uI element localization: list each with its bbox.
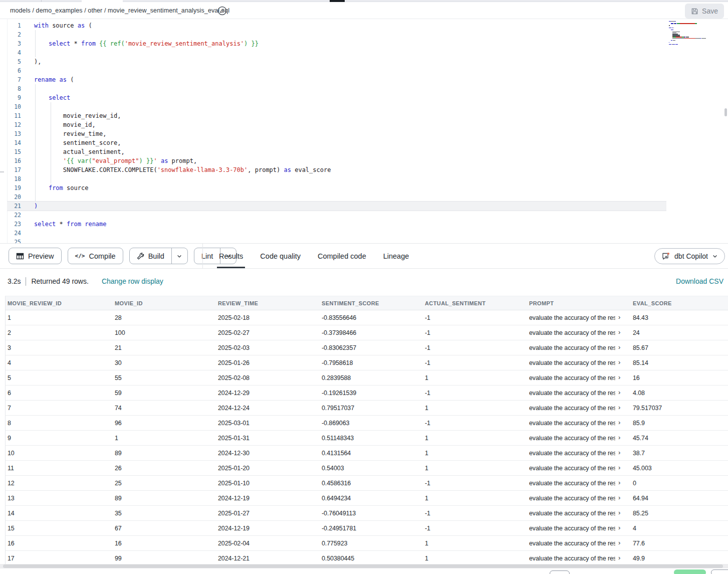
tab-compiled-code[interactable]: Compiled code <box>311 244 373 268</box>
code-line[interactable]: 12 movie_id, <box>0 120 728 129</box>
code-line[interactable]: 7rename as ( <box>0 75 728 84</box>
expand-prompt-icon[interactable]: › <box>618 434 620 441</box>
column-header-eval_score[interactable]: EVAL_SCORE <box>631 296 728 310</box>
column-header-actual_sentiment[interactable]: ACTUAL_SENTIMENT <box>423 296 527 310</box>
expand-prompt-icon[interactable]: › <box>618 358 620 366</box>
code-line[interactable]: 16 '{{ var("eval_prompt") }}' as prompt, <box>0 156 728 165</box>
code-text: select * from rename <box>34 221 107 228</box>
code-text: rename as ( <box>34 76 74 83</box>
expand-prompt-icon[interactable]: › <box>618 373 620 381</box>
expand-prompt-icon[interactable]: › <box>618 464 620 471</box>
column-header-prompt[interactable]: PROMPT <box>527 296 631 310</box>
code-line[interactable]: 19 from source <box>0 183 728 193</box>
code-line[interactable]: 17 SNOWFLAKE.CORTEX.COMPLETE('snowflake-… <box>0 165 728 174</box>
expand-prompt-icon[interactable]: › <box>618 524 620 531</box>
horizontal-scrollbar[interactable] <box>0 564 728 568</box>
line-number: 24 <box>0 229 21 238</box>
cell-prompt: evaluate the accuracy of the res…› <box>527 521 631 535</box>
column-header-movie_review_id[interactable]: MOVIE_REVIEW_ID <box>6 296 113 310</box>
bottom-cut-outline-button[interactable] <box>711 569 728 574</box>
expand-prompt-icon[interactable]: › <box>618 404 620 411</box>
results-table-body: 1282025-02-18-0.83556646-1evaluate the a… <box>6 310 728 564</box>
table-row: 14352025-01-27-0.76049113-1evaluate the … <box>6 506 728 521</box>
code-line[interactable]: 24 <box>0 229 728 238</box>
expand-prompt-icon[interactable]: › <box>618 494 620 501</box>
column-header-movie_id[interactable]: MOVIE_ID <box>113 296 216 310</box>
cell-eval_score: 45.003 <box>631 461 728 475</box>
expand-prompt-icon[interactable]: › <box>618 509 620 516</box>
cell-movie_review_id: 15 <box>6 521 113 535</box>
code-line[interactable]: 1with source as ( <box>0 21 728 30</box>
expand-prompt-icon[interactable]: › <box>618 389 620 396</box>
expand-prompt-icon[interactable]: › <box>618 343 620 351</box>
cell-prompt: evaluate the accuracy of the res…› <box>527 461 631 475</box>
download-csv-link[interactable]: Download CSV <box>676 277 723 285</box>
expand-prompt-icon[interactable]: › <box>618 539 620 546</box>
horizontal-scrollbar-thumb[interactable] <box>3 564 723 568</box>
save-button[interactable]: Save <box>685 4 724 19</box>
code-text: review_time, <box>34 130 107 137</box>
cell-sentiment_score: 0.79517037 <box>320 401 423 415</box>
code-text: from source <box>34 184 88 192</box>
code-line[interactable]: 11 movie_review_id, <box>0 111 728 120</box>
code-line[interactable]: 15 actual_sentiment, <box>0 147 728 156</box>
code-line[interactable]: 23select * from rename <box>0 220 728 229</box>
cell-actual_sentiment: -1 <box>423 416 527 430</box>
breadcrumb[interactable]: models / demo_examples / other / movie_r… <box>10 2 229 19</box>
cell-review_time: 2024-12-30 <box>216 446 320 460</box>
bottom-cut-green-button[interactable] <box>674 569 706 574</box>
preview-button[interactable]: Preview <box>9 248 62 264</box>
build-dropdown-chevron[interactable] <box>171 248 187 264</box>
tab-code-quality[interactable]: Code quality <box>253 244 308 268</box>
column-header-review_time[interactable]: REVIEW_TIME <box>216 296 320 310</box>
code-line[interactable]: 14 sentiment_score, <box>0 138 728 147</box>
cell-prompt: evaluate the accuracy of the res…› <box>527 310 631 325</box>
code-line[interactable]: 21) <box>0 202 728 211</box>
change-row-display-link[interactable]: Change row display <box>102 277 163 285</box>
cell-movie_review_id: 8 <box>6 416 113 430</box>
column-header-sentiment_score[interactable]: SENTIMENT_SCORE <box>320 296 423 310</box>
cell-eval_score: 85.14 <box>631 355 728 370</box>
cell-prompt: evaluate the accuracy of the res…› <box>527 370 631 385</box>
code-line[interactable]: 6 <box>0 66 728 75</box>
tab-lineage[interactable]: Lineage <box>376 244 416 268</box>
cell-actual_sentiment: 1 <box>423 431 527 445</box>
expand-prompt-icon[interactable]: › <box>618 449 620 456</box>
prompt-preview-text: evaluate the accuracy of the res… <box>529 405 615 412</box>
code-line[interactable]: 4 <box>0 48 728 57</box>
code-line[interactable]: 22 <box>0 211 728 220</box>
cell-review_time: 2024-12-24 <box>216 401 320 415</box>
code-line[interactable]: 25 <box>0 238 728 243</box>
code-line[interactable]: 13 review_time, <box>0 129 728 138</box>
compile-label: Compile <box>89 252 115 260</box>
cell-prompt: evaluate the accuracy of the res…› <box>527 446 631 460</box>
lint-label: Lint <box>201 252 213 260</box>
expand-prompt-icon[interactable]: › <box>618 328 620 336</box>
expand-prompt-icon[interactable]: › <box>618 554 620 561</box>
cell-movie_review_id: 6 <box>6 386 113 400</box>
code-line[interactable]: 2 <box>0 30 728 39</box>
tab-results[interactable]: Results <box>212 244 250 268</box>
compile-button[interactable]: </> Compile <box>68 248 123 264</box>
code-line[interactable]: 8 <box>0 84 728 93</box>
expand-prompt-icon[interactable]: › <box>618 479 620 486</box>
expand-prompt-icon[interactable]: › <box>618 419 620 426</box>
build-button[interactable]: Build <box>129 248 188 264</box>
expand-prompt-icon[interactable]: › <box>618 313 620 321</box>
code-line[interactable]: 3 select * from {{ ref('movie_review_sen… <box>0 39 728 48</box>
editor-vertical-scrollbar[interactable] <box>724 108 727 116</box>
dbt-copilot-button[interactable]: dbt Copilot <box>654 248 725 264</box>
code-line[interactable]: 18 <box>0 174 728 183</box>
prompt-preview-text: evaluate the accuracy of the res… <box>529 525 615 532</box>
code-line[interactable]: 5), <box>0 57 728 66</box>
minimap[interactable] <box>669 21 723 49</box>
code-line[interactable]: 10 <box>0 102 728 111</box>
code-editor[interactable]: 1with source as (23 select * from {{ ref… <box>0 19 728 243</box>
save-label: Save <box>702 7 718 15</box>
bottom-cut-button[interactable] <box>550 570 570 574</box>
panel-resize-handle[interactable] <box>0 171 4 172</box>
code-line[interactable]: 20 <box>0 193 728 202</box>
cell-movie_review_id: 4 <box>6 355 113 370</box>
code-line[interactable]: 9 select <box>0 93 728 102</box>
prompt-preview-text: evaluate the accuracy of the res… <box>529 420 615 427</box>
